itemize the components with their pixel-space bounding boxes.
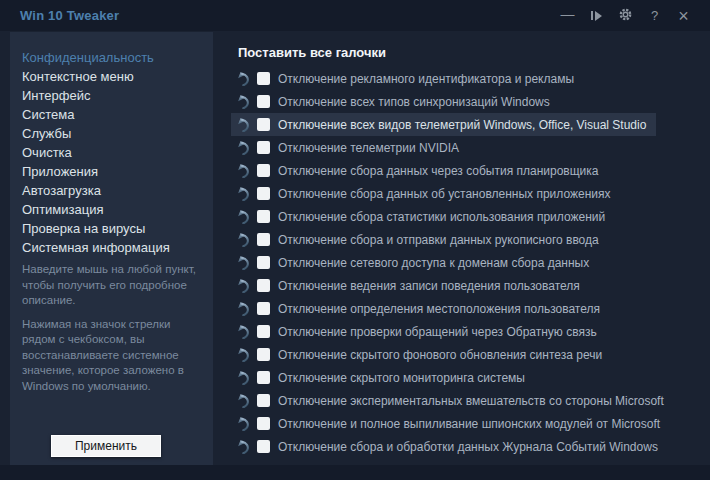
tweak-row[interactable]: Отключение всех типов синхронизаций Wind… xyxy=(231,90,560,113)
restore-default-arrow-icon[interactable] xyxy=(237,186,250,201)
tweak-checkbox[interactable] xyxy=(257,164,270,177)
restore-default-arrow-icon[interactable] xyxy=(237,117,250,132)
sidebar-item-context-menu[interactable]: Контекстное меню xyxy=(10,67,213,86)
titlebar: Win 10 Tweaker —?× xyxy=(0,0,710,32)
tweak-checkbox[interactable] xyxy=(257,371,270,384)
restore-default-arrow-icon[interactable] xyxy=(237,255,250,270)
tweak-label: Отключение сбора и отправки данных рукоп… xyxy=(278,233,599,247)
restore-default-arrow-icon[interactable] xyxy=(237,324,250,339)
tweak-label: Отключение сбора данных через события пл… xyxy=(278,164,599,178)
restore-default-arrow-icon[interactable] xyxy=(237,416,250,431)
tweak-label: Отключение скрытого мониторинга системы xyxy=(278,371,525,385)
gear-icon xyxy=(619,8,632,23)
tweak-label: Отключение всех видов телеметрий Windows… xyxy=(278,118,646,132)
tweak-label: Отключение скрытого фонового обновления … xyxy=(278,348,602,362)
settings-button[interactable] xyxy=(611,3,640,29)
sidebar-item-system[interactable]: Система xyxy=(10,105,213,124)
tweak-checkbox[interactable] xyxy=(257,302,270,315)
sidebar-item-cleanup[interactable]: Очистка xyxy=(10,143,213,162)
restore-default-arrow-icon[interactable] xyxy=(237,301,250,316)
restore-default-arrow-icon[interactable] xyxy=(237,94,250,109)
tweak-checkbox[interactable] xyxy=(257,95,270,108)
restore-default-arrow-icon[interactable] xyxy=(237,140,250,155)
tweak-checkbox[interactable] xyxy=(257,325,270,338)
minimize-icon: — xyxy=(561,7,575,21)
tweak-label: Отключение определения местоположения по… xyxy=(278,302,600,316)
tweak-row[interactable]: Отключение сбора данных через события пл… xyxy=(231,159,609,182)
sidebar-hint-restore: Нажимая на значок стрелки рядом с чекбок… xyxy=(22,317,203,395)
bottom-strip xyxy=(0,465,710,480)
tweak-row[interactable]: Отключение определения местоположения по… xyxy=(231,297,610,320)
help-icon: ? xyxy=(651,9,658,22)
tweak-checkbox[interactable] xyxy=(257,187,270,200)
run-button[interactable] xyxy=(582,3,611,29)
restore-default-arrow-icon[interactable] xyxy=(237,278,250,293)
tweak-row[interactable]: Отключение скрытого фонового обновления … xyxy=(231,343,612,366)
restore-default-arrow-icon[interactable] xyxy=(237,163,250,178)
tweak-checkbox[interactable] xyxy=(257,141,270,154)
close-icon: × xyxy=(678,7,689,25)
tweak-label: Отключение телеметрии NVIDIA xyxy=(278,141,459,155)
restore-default-arrow-icon[interactable] xyxy=(237,393,250,408)
tweak-label: Отключение ведения записи поведения поль… xyxy=(278,279,580,293)
tweak-row[interactable]: Отключение экспериментальных вмешательст… xyxy=(231,389,674,412)
tweak-checkbox[interactable] xyxy=(257,348,270,361)
content-area: КонфиденциальностьКонтекстное менюИнтерф… xyxy=(0,31,710,465)
tweak-checkbox[interactable] xyxy=(257,72,270,85)
tweak-checkbox[interactable] xyxy=(257,440,270,453)
tweak-label: Отключение и полное выпиливание шпионски… xyxy=(278,417,660,431)
tweak-row[interactable]: Отключение всех видов телеметрий Windows… xyxy=(231,113,656,136)
tweak-checkbox[interactable] xyxy=(257,256,270,269)
tweak-label: Отключение сбора статистики использовани… xyxy=(278,210,605,224)
main-panel: Поставить все галочки Отключение рекламн… xyxy=(225,31,710,465)
tweak-checkbox[interactable] xyxy=(257,233,270,246)
apply-button[interactable]: Применить xyxy=(51,435,161,457)
app-window: Win 10 Tweaker —?× КонфиденциальностьКон… xyxy=(0,0,710,480)
restore-default-arrow-icon[interactable] xyxy=(237,439,250,454)
sidebar-item-apps[interactable]: Приложения xyxy=(10,162,213,181)
tweak-row[interactable]: Отключение проверки обращений через Обра… xyxy=(231,320,607,343)
sidebar-nav: КонфиденциальностьКонтекстное менюИнтерф… xyxy=(10,32,213,257)
tweak-row[interactable]: Отключение сбора и отправки данных рукоп… xyxy=(231,228,609,251)
tweak-row[interactable]: Отключение сбора данных об установленных… xyxy=(231,182,620,205)
tweak-checkbox[interactable] xyxy=(257,118,270,131)
tweak-list: Отключение рекламного идентификатора и р… xyxy=(237,67,710,458)
restore-default-arrow-icon[interactable] xyxy=(237,71,250,86)
sidebar-item-privacy[interactable]: Конфиденциальность xyxy=(10,48,213,67)
sidebar-item-virus-check[interactable]: Проверка на вирусы xyxy=(10,219,213,238)
tweak-checkbox[interactable] xyxy=(257,210,270,223)
tweak-checkbox[interactable] xyxy=(257,394,270,407)
tweak-label: Отключение всех типов синхронизаций Wind… xyxy=(278,95,550,109)
restore-default-arrow-icon[interactable] xyxy=(237,347,250,362)
tweak-label: Отключение сбора и обработки данных Журн… xyxy=(278,440,658,454)
sidebar: КонфиденциальностьКонтекстное менюИнтерф… xyxy=(10,32,213,465)
sidebar-item-autostart[interactable]: Автозагрузка xyxy=(10,181,213,200)
window-title: Win 10 Tweaker xyxy=(20,8,119,23)
window-controls: —?× xyxy=(553,3,698,29)
tweak-row[interactable]: Отключение скрытого мониторинга системы xyxy=(231,366,535,389)
sidebar-hint-hover: Наведите мышь на любой пункт, чтобы полу… xyxy=(22,262,203,309)
close-button[interactable]: × xyxy=(669,3,698,29)
tweak-label: Отключение сбора данных об установленных… xyxy=(278,187,610,201)
tweak-label: Отключение проверки обращений через Обра… xyxy=(278,325,597,339)
tweak-checkbox[interactable] xyxy=(257,417,270,430)
restore-default-arrow-icon[interactable] xyxy=(237,232,250,247)
tweak-checkbox[interactable] xyxy=(257,279,270,292)
tweak-row[interactable]: Отключение сбора статистики использовани… xyxy=(231,205,615,228)
tweak-row[interactable]: Отключение и полное выпиливание шпионски… xyxy=(231,412,670,435)
tweak-row[interactable]: Отключение рекламного идентификатора и р… xyxy=(231,67,584,90)
tweak-row[interactable]: Отключение телеметрии NVIDIA xyxy=(231,136,469,159)
check-all-header[interactable]: Поставить все галочки xyxy=(238,45,386,60)
play-icon xyxy=(591,11,602,21)
help-button[interactable]: ? xyxy=(640,3,669,29)
tweak-row[interactable]: Отключение сетевого доступа к доменам сб… xyxy=(231,251,599,274)
restore-default-arrow-icon[interactable] xyxy=(237,370,250,385)
sidebar-item-interface[interactable]: Интерфейс xyxy=(10,86,213,105)
minimize-button[interactable]: — xyxy=(553,3,582,29)
sidebar-item-optimization[interactable]: Оптимизация xyxy=(10,200,213,219)
tweak-row[interactable]: Отключение сбора и обработки данных Журн… xyxy=(231,435,668,458)
sidebar-item-system-info[interactable]: Системная информация xyxy=(10,238,213,257)
tweak-row[interactable]: Отключение ведения записи поведения поль… xyxy=(231,274,590,297)
sidebar-item-services[interactable]: Службы xyxy=(10,124,213,143)
restore-default-arrow-icon[interactable] xyxy=(237,209,250,224)
